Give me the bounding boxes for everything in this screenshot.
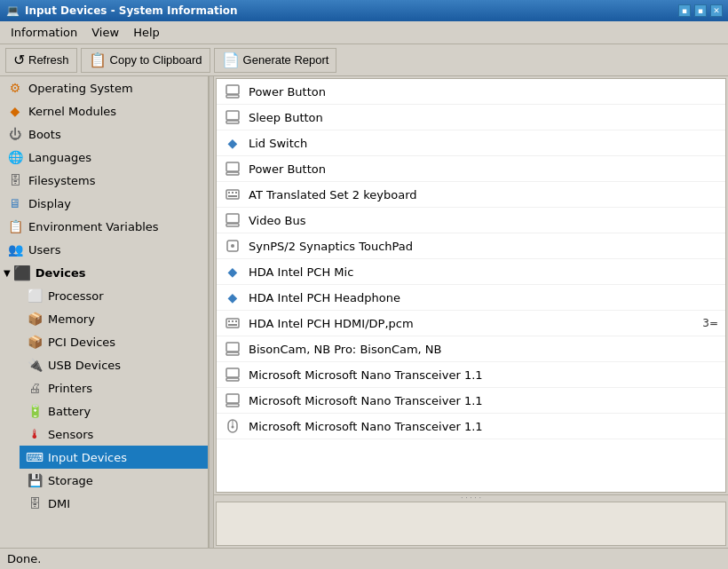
svg-rect-19 [228, 324, 237, 326]
sidebar-item-sensors[interactable]: 🌡 Sensors [20, 423, 208, 446]
sidebar-label-dmi: DMI [48, 497, 70, 510]
menu-information[interactable]: Information [4, 23, 84, 42]
refresh-button[interactable]: ↺ Refresh [5, 48, 77, 73]
sidebar-item-input-devices[interactable]: ⌨ Input Devices [20, 446, 208, 469]
list-item: BisonCam, NB Pro: BisonCam, NB [217, 336, 725, 362]
list-item: SynPS/2 Synaptics TouchPad [217, 233, 725, 259]
devices-triangle: ▼ [4, 268, 11, 278]
sleep-button-icon [224, 108, 241, 126]
copy-to-clipboard-button[interactable]: 📋 Copy to Clipboard [81, 48, 210, 73]
sidebar-label-input-devices: Input Devices [48, 451, 127, 464]
sidebar-item-printers[interactable]: 🖨 Printers [20, 376, 208, 399]
svg-rect-22 [226, 368, 239, 377]
list-item: HDA Intel PCH HDMI/DP,pcm 3= [217, 311, 725, 336]
menu-bar: Information View Help [0, 21, 728, 44]
content-item-label-0: Power Button [249, 85, 718, 99]
menu-help[interactable]: Help [126, 23, 167, 42]
content-item-label-3: Power Button [249, 162, 718, 176]
video-bus-icon [224, 211, 241, 229]
list-item: ◆ HDA Intel PCH Headphone [217, 285, 725, 311]
svg-rect-0 [226, 85, 239, 94]
svg-rect-11 [226, 214, 239, 223]
minimize-button[interactable]: ▪ [678, 4, 691, 17]
power-button-icon [224, 83, 241, 100]
env-vars-icon: 📋 [7, 218, 23, 234]
list-item: AT Translated Set 2 keyboard [217, 182, 725, 208]
content-list[interactable]: Power Button Sleep Button ◆ Lid Switch P… [216, 78, 726, 493]
content-item-label-7: HDA Intel PCH Mic [249, 265, 718, 279]
svg-point-14 [231, 244, 234, 248]
clipboard-icon: 📋 [89, 51, 107, 68]
memory-icon: 📦 [27, 311, 43, 327]
kernel-modules-icon: ◆ [7, 103, 23, 119]
camera-icon [224, 340, 241, 358]
hda-headphone-icon: ◆ [224, 288, 241, 306]
sidebar-item-memory[interactable]: 📦 Memory [20, 307, 208, 330]
sidebar-item-dmi[interactable]: 🗄 DMI [20, 492, 208, 515]
sidebar-item-display[interactable]: 🖥 Display [0, 192, 208, 215]
scroll-divider: · · · · · [214, 494, 728, 502]
content-item-label-4: AT Translated Set 2 keyboard [249, 188, 718, 202]
sidebar-item-pci-devices[interactable]: 📦 PCI Devices [20, 330, 208, 353]
touchpad-icon [224, 237, 241, 255]
menu-view[interactable]: View [84, 23, 126, 42]
sidebar-item-battery[interactable]: 🔋 Battery [20, 399, 208, 423]
list-item: ◆ HDA Intel PCH Mic [217, 259, 725, 285]
generate-report-button[interactable]: 📄 Generate Report [214, 48, 337, 73]
sidebar-label-kernel-modules: Kernel Modules [28, 105, 116, 118]
svg-rect-1 [226, 95, 239, 98]
sidebar-item-processor[interactable]: ⬜ Processor [20, 284, 208, 307]
list-item: Video Bus [217, 208, 725, 233]
battery-icon: 🔋 [27, 403, 43, 419]
svg-rect-16 [228, 320, 230, 322]
boots-icon: ⏻ [7, 126, 23, 142]
list-item: Microsoft Microsoft Nano Transceiver 1.1 [217, 362, 725, 388]
sidebar-label-languages: Languages [28, 151, 91, 164]
close-button[interactable]: ✕ [710, 4, 723, 17]
svg-rect-10 [228, 195, 237, 197]
sidebar-label-operating-system: Operating System [28, 82, 133, 95]
sidebar-section-devices[interactable]: ▼ ⬛ Devices [0, 261, 208, 284]
list-item: Microsoft Microsoft Nano Transceiver 1.1 [217, 414, 725, 439]
maximize-button[interactable]: ▪ [694, 4, 707, 17]
svg-rect-24 [226, 394, 239, 403]
sidebar-label-filesystems: Filesystems [28, 174, 96, 187]
content-item-label-9: HDA Intel PCH HDMI/DP,pcm [249, 317, 702, 330]
sidebar-item-kernel-modules[interactable]: ◆ Kernel Modules [0, 99, 208, 122]
power-button2-icon [224, 160, 241, 178]
content-item-label-5: Video Bus [249, 214, 718, 227]
sidebar-label-processor: Processor [48, 289, 104, 303]
refresh-label: Refresh [28, 53, 69, 67]
sidebar-label-battery: Battery [48, 405, 91, 418]
svg-rect-4 [226, 162, 239, 171]
sidebar-item-users[interactable]: 👥 Users [0, 238, 208, 261]
operating-system-icon: ⚙ [7, 80, 23, 96]
sidebar-item-filesystems[interactable]: 🗄 Filesystems [0, 169, 208, 192]
content-item-label-10: BisonCam, NB Pro: BisonCam, NB [249, 343, 718, 356]
usb-icon: 🔌 [27, 357, 43, 373]
sidebar-label-memory: Memory [48, 312, 95, 326]
sidebar-item-environment-variables[interactable]: 📋 Environment Variables [0, 215, 208, 238]
svg-rect-18 [235, 320, 237, 322]
languages-icon: 🌐 [7, 149, 23, 165]
svg-rect-25 [226, 404, 239, 407]
svg-rect-7 [228, 192, 230, 194]
sidebar-item-usb-devices[interactable]: 🔌 USB Devices [20, 353, 208, 376]
svg-rect-6 [226, 190, 239, 199]
svg-rect-20 [226, 343, 239, 352]
sidebar-item-boots[interactable]: ⏻ Boots [0, 122, 208, 146]
svg-point-28 [232, 426, 234, 429]
content-item-label-1: Sleep Button [249, 111, 718, 124]
list-item: Power Button [217, 79, 725, 105]
svg-rect-17 [232, 320, 233, 322]
sidebar-label-usb: USB Devices [48, 359, 121, 372]
sidebar-item-storage[interactable]: 💾 Storage [20, 469, 208, 492]
sidebar-item-languages[interactable]: 🌐 Languages [0, 146, 208, 169]
hda-hdmi-icon [224, 314, 241, 332]
sidebar-item-operating-system[interactable]: ⚙ Operating System [0, 76, 208, 99]
content-area: Power Button Sleep Button ◆ Lid Switch P… [214, 76, 728, 548]
content-item-label-8: HDA Intel PCH Headphone [249, 291, 718, 304]
title-bar: 💻 Input Devices - System Information ▪ ▪… [0, 0, 728, 21]
svg-rect-3 [226, 121, 239, 123]
title-bar-text: Input Devices - System Information [25, 4, 678, 17]
